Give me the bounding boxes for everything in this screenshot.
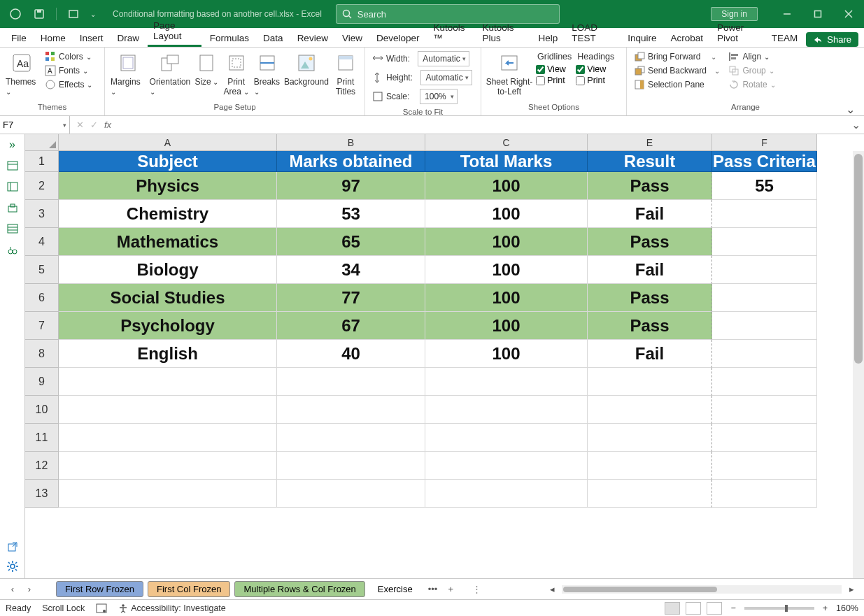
sheet-tab[interactable]: Exercise — [369, 582, 421, 596]
new-sheet-button[interactable]: + — [444, 584, 457, 594]
cell[interactable] — [588, 452, 712, 480]
row-header-11[interactable]: 11 — [25, 424, 59, 452]
sheet-tabs-overflow[interactable]: ••• — [424, 584, 442, 594]
tab-insert[interactable]: Insert — [74, 30, 109, 47]
tab-kutools-[interactable]: Kutools ™ — [427, 20, 474, 47]
enter-formula-icon[interactable]: ✓ — [87, 120, 101, 130]
cancel-formula-icon[interactable]: ✕ — [73, 120, 87, 130]
tab-draw[interactable]: Draw — [112, 30, 146, 47]
fx-icon[interactable]: fx — [101, 120, 115, 130]
cell[interactable] — [712, 340, 817, 368]
cell[interactable]: 77 — [277, 284, 425, 312]
column-header-B[interactable]: B — [277, 134, 425, 151]
row-header-10[interactable]: 10 — [25, 396, 59, 424]
sheet-tab-divider-icon[interactable]: ⋮ — [472, 584, 481, 594]
sheet-nav-next[interactable]: › — [22, 584, 36, 594]
row-header-8[interactable]: 8 — [25, 340, 59, 368]
formula-input[interactable] — [118, 116, 847, 134]
sheet-tab[interactable]: First Col Frozen — [148, 581, 230, 597]
zoom-in-button[interactable]: + — [820, 603, 830, 613]
cell[interactable] — [588, 396, 712, 424]
cell[interactable] — [425, 480, 588, 508]
tab-file[interactable]: File — [6, 30, 32, 47]
chevron-down-icon[interactable]: ⌄ — [714, 67, 720, 75]
tab-inquire[interactable]: Inquire — [622, 30, 662, 47]
cell[interactable] — [277, 368, 425, 396]
sheet-tab[interactable]: Multiple Rows & Col Frozen — [234, 581, 364, 597]
cell[interactable]: 100 — [425, 284, 588, 312]
close-button[interactable] — [833, 0, 864, 28]
cell[interactable]: 97 — [277, 172, 425, 200]
cell[interactable] — [712, 200, 817, 228]
fonts-button[interactable]: AFonts — [42, 64, 95, 77]
group-button[interactable]: Group — [725, 64, 778, 77]
qat-dropdown-icon[interactable]: ⌄ — [87, 4, 99, 24]
cell[interactable]: 100 — [425, 228, 588, 256]
cell[interactable]: Pass — [588, 228, 712, 256]
rail-icon[interactable] — [6, 201, 20, 214]
qat-button[interactable] — [64, 4, 83, 24]
horizontal-scrollbar[interactable] — [562, 585, 842, 594]
row-header-5[interactable]: 5 — [25, 256, 59, 284]
selection-pane-button[interactable]: Selection Pane — [631, 78, 723, 91]
width-select[interactable]: Automatic — [418, 51, 469, 66]
column-header-E[interactable]: E — [588, 134, 712, 151]
background-button[interactable]: Background — [283, 50, 330, 88]
cell[interactable] — [277, 480, 425, 508]
cell[interactable]: Mathematics — [59, 228, 277, 256]
cell[interactable]: English — [59, 340, 277, 368]
cell[interactable]: 100 — [425, 256, 588, 284]
cell[interactable] — [712, 480, 817, 508]
tab-home[interactable]: Home — [35, 30, 71, 47]
rail-expand-icon[interactable]: » — [6, 138, 20, 151]
column-header-F[interactable]: F — [712, 134, 817, 151]
page-break-view-button[interactable] — [707, 602, 722, 615]
cell[interactable] — [59, 368, 277, 396]
send-backward-button[interactable]: Send Backward ⌄ — [631, 64, 723, 77]
row-header-9[interactable]: 9 — [25, 368, 59, 396]
cell[interactable]: Biology — [59, 256, 277, 284]
gridlines-print-checkbox[interactable]: Print — [536, 76, 573, 85]
row-header-1[interactable]: 1 — [25, 151, 59, 172]
cell[interactable]: Social Studies — [59, 284, 277, 312]
minimize-button[interactable] — [772, 0, 802, 28]
effects-button[interactable]: Effects — [42, 78, 95, 91]
breaks-button[interactable]: Breaks — [253, 50, 282, 98]
cell[interactable]: 65 — [277, 228, 425, 256]
cell[interactable] — [59, 452, 277, 480]
cell[interactable]: Physics — [59, 172, 277, 200]
cell[interactable]: 53 — [277, 200, 425, 228]
height-select[interactable]: Automatic — [420, 70, 472, 85]
worksheet-grid[interactable]: ABCEF1SubjectMarks obtainedTotal MarksRe… — [25, 134, 864, 578]
rtl-button[interactable]: Sheet Right- to-Left — [486, 50, 533, 98]
rail-icon[interactable] — [6, 243, 20, 256]
row-header-13[interactable]: 13 — [25, 480, 59, 508]
tab-data[interactable]: Data — [257, 30, 289, 47]
margins-button[interactable]: Margins — [109, 50, 147, 98]
maximize-button[interactable] — [802, 0, 833, 28]
cell[interactable]: Pass — [588, 284, 712, 312]
autosave-toggle[interactable] — [6, 4, 25, 24]
hscroll-right[interactable]: ▸ — [844, 584, 858, 594]
vertical-scrollbar[interactable] — [853, 151, 864, 578]
cell[interactable] — [712, 396, 817, 424]
tab-load-test[interactable]: LOAD TEST — [566, 20, 619, 47]
scale-spinner[interactable]: 100% — [420, 89, 458, 104]
cell[interactable]: 34 — [277, 256, 425, 284]
header-cell[interactable]: Result — [588, 151, 712, 172]
share-button[interactable]: Share — [806, 32, 858, 47]
tab-page-layout[interactable]: Page Layout — [148, 17, 201, 47]
tab-team[interactable]: TEAM — [766, 30, 804, 47]
headings-view-checkbox[interactable]: View — [576, 64, 616, 74]
cell[interactable] — [425, 368, 588, 396]
rotate-button[interactable]: Rotate — [725, 78, 778, 91]
colors-button[interactable]: Colors — [42, 50, 95, 63]
print-titles-button[interactable]: Print Titles — [331, 50, 360, 98]
cell[interactable]: 67 — [277, 312, 425, 340]
hscroll-left[interactable]: ◂ — [545, 584, 559, 594]
print-area-button[interactable]: Print Area — [222, 50, 251, 98]
row-header-7[interactable]: 7 — [25, 312, 59, 340]
cell[interactable] — [59, 480, 277, 508]
gridlines-view-checkbox[interactable]: View — [536, 64, 573, 74]
cell[interactable]: Pass — [588, 172, 712, 200]
